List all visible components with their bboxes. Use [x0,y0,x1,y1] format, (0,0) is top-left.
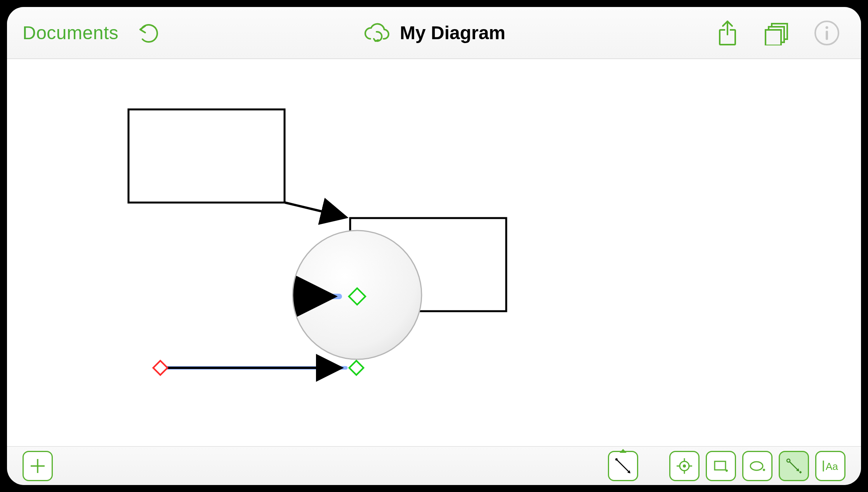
svg-line-20 [616,459,630,473]
undo-button[interactable] [135,21,160,45]
svg-line-35 [790,462,798,470]
documents-button[interactable]: Documents [23,22,118,43]
magnifier-loupe [293,230,422,359]
end-handle[interactable] [349,361,364,375]
svg-text:Aa: Aa [826,461,838,472]
svg-point-21 [615,458,618,461]
undo-icon [135,21,160,45]
layers-icon [762,21,790,45]
waypoint-tool[interactable] [669,451,700,481]
svg-point-23 [683,464,686,468]
diagram-rect-1[interactable] [128,109,285,203]
text-tool[interactable]: Aa [815,451,845,481]
rectangle-icon [712,457,729,475]
share-icon [716,19,739,47]
svg-point-6 [826,26,828,29]
svg-rect-28 [715,461,726,470]
cloud-sync-icon [363,22,391,44]
plus-icon [29,457,46,475]
info-button[interactable] [814,20,840,46]
connector-tool[interactable] [779,451,809,481]
layers-button[interactable] [762,21,790,45]
connector-icon [785,457,803,475]
share-button[interactable] [716,19,739,47]
svg-point-31 [750,462,763,470]
line-icon [613,456,633,476]
svg-rect-7 [826,31,828,40]
svg-rect-4 [766,30,781,45]
ellipse-icon [748,457,767,475]
document-title[interactable]: My Diagram [400,22,505,43]
add-shape-button[interactable] [23,451,53,481]
app-screen: Documents My Diagram [7,7,861,485]
diagram-canvas[interactable] [7,59,861,446]
svg-point-34 [787,459,790,462]
text-icon: Aa [821,458,840,474]
bottom-toolbar: Aa [7,446,861,485]
popover-indicator-icon [620,449,627,453]
svg-rect-17 [349,361,364,375]
start-handle[interactable] [153,361,168,375]
ellipse-tool[interactable] [742,451,773,481]
rectangle-tool[interactable] [706,451,736,481]
top-toolbar: Documents My Diagram [7,7,861,59]
svg-rect-16 [153,361,168,375]
diagram-arrow-1[interactable] [285,203,346,217]
info-icon [814,20,840,46]
target-icon [676,457,693,475]
line-tool[interactable] [608,451,638,481]
